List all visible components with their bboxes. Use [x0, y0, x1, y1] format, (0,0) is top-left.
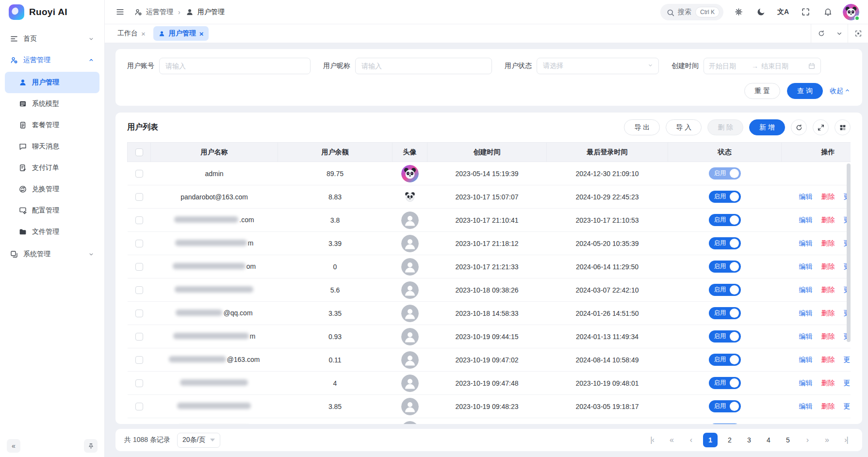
- global-search-input[interactable]: 搜索 Ctrl K: [660, 4, 723, 20]
- sidebar-item-operations[interactable]: 运营管理: [5, 49, 99, 71]
- settings-gear-icon[interactable]: [731, 5, 746, 19]
- edit-link[interactable]: 编辑: [799, 332, 813, 340]
- page-button-2[interactable]: 2: [722, 433, 737, 447]
- date-range-picker[interactable]: →: [704, 58, 821, 74]
- delete-button[interactable]: 删 除: [707, 119, 743, 135]
- delete-link[interactable]: 删除: [821, 356, 835, 363]
- row-checkbox[interactable]: [135, 263, 143, 271]
- page-size-select[interactable]: 20条/页: [177, 433, 220, 448]
- fullscreen-icon[interactable]: [798, 5, 813, 19]
- tab-workbench[interactable]: 工作台×: [113, 26, 150, 41]
- row-checkbox[interactable]: [135, 240, 143, 247]
- sidebar-item-chat-messages[interactable]: 聊天消息: [5, 136, 99, 157]
- status-toggle[interactable]: 启用: [709, 424, 741, 424]
- delete-link[interactable]: 删除: [821, 309, 835, 317]
- delete-link[interactable]: 删除: [821, 216, 835, 224]
- table-scrollbar[interactable]: [847, 163, 851, 342]
- dark-mode-moon-icon[interactable]: [753, 5, 768, 19]
- edit-link[interactable]: 编辑: [799, 309, 813, 317]
- delete-link[interactable]: 删除: [821, 239, 835, 247]
- table-refresh-icon[interactable]: [791, 119, 807, 135]
- sidebar-item-config-management[interactable]: 配置管理: [5, 200, 99, 221]
- row-checkbox[interactable]: [135, 379, 143, 387]
- edit-link[interactable]: 编辑: [799, 402, 813, 410]
- row-checkbox[interactable]: [135, 356, 143, 364]
- search-button[interactable]: 查 询: [787, 83, 823, 99]
- edit-link[interactable]: 编辑: [799, 193, 813, 200]
- sidebar-item-system-model[interactable]: 系统模型: [5, 93, 99, 114]
- status-toggle[interactable]: 启用: [709, 400, 741, 412]
- close-icon[interactable]: ×: [141, 30, 146, 37]
- reset-button[interactable]: 重 置: [744, 83, 780, 99]
- sidebar-item-system-management[interactable]: 系统管理: [5, 244, 99, 265]
- sidebar-item-package-management[interactable]: 套餐管理: [5, 114, 99, 136]
- next-page-button[interactable]: ›: [800, 433, 815, 447]
- row-checkbox[interactable]: [135, 333, 143, 341]
- edit-link[interactable]: 编辑: [799, 286, 813, 294]
- table-columns-icon[interactable]: [835, 119, 851, 135]
- more-link[interactable]: 更多: [844, 356, 851, 363]
- content-fullscreen-icon[interactable]: [848, 24, 868, 43]
- status-toggle[interactable]: 启用: [709, 354, 741, 366]
- edit-link[interactable]: 编辑: [799, 262, 813, 270]
- prev-page-button[interactable]: ‹: [684, 433, 698, 447]
- status-toggle[interactable]: 启用: [709, 167, 741, 180]
- status-toggle[interactable]: 启用: [709, 284, 741, 296]
- import-button[interactable]: 导 入: [666, 119, 702, 135]
- last-page-button[interactable]: ›|: [839, 433, 853, 447]
- refresh-icon[interactable]: [811, 24, 831, 43]
- status-toggle[interactable]: 启用: [709, 307, 741, 319]
- delete-link[interactable]: 删除: [821, 379, 835, 387]
- status-toggle[interactable]: 启用: [709, 330, 741, 343]
- row-checkbox[interactable]: [135, 193, 143, 201]
- prev-10-button[interactable]: «: [664, 433, 679, 447]
- page-button-3[interactable]: 3: [742, 433, 756, 447]
- page-button-5[interactable]: 5: [781, 433, 795, 447]
- breadcrumb-item[interactable]: 运营管理: [146, 8, 173, 16]
- collapse-toggle[interactable]: 收起: [830, 87, 851, 96]
- row-checkbox[interactable]: [135, 170, 143, 178]
- status-toggle[interactable]: 启用: [709, 191, 741, 203]
- status-select[interactable]: 请选择: [537, 58, 659, 74]
- more-link[interactable]: 更多: [844, 402, 851, 410]
- add-button[interactable]: 新 增: [749, 119, 785, 135]
- page-button-1[interactable]: 1: [703, 433, 718, 447]
- sidebar-item-home[interactable]: 首页: [5, 28, 99, 49]
- export-button[interactable]: 导 出: [624, 119, 660, 135]
- status-toggle[interactable]: 启用: [709, 377, 741, 389]
- nickname-input[interactable]: [355, 58, 492, 74]
- sidebar-collapse-button[interactable]: «: [7, 439, 20, 453]
- delete-link[interactable]: 删除: [821, 262, 835, 270]
- sidebar-item-file-management[interactable]: 文件管理: [5, 221, 99, 243]
- more-link[interactable]: 更多: [844, 379, 851, 387]
- status-toggle[interactable]: 启用: [709, 214, 741, 226]
- status-toggle[interactable]: 启用: [709, 261, 741, 273]
- edit-link[interactable]: 编辑: [799, 239, 813, 247]
- account-input[interactable]: [159, 58, 311, 74]
- delete-link[interactable]: 删除: [821, 402, 835, 410]
- row-checkbox[interactable]: [135, 216, 143, 224]
- end-date-input[interactable]: [761, 62, 801, 70]
- edit-link[interactable]: 编辑: [799, 356, 813, 363]
- sidebar-item-payment-orders[interactable]: 支付订单: [5, 157, 99, 179]
- first-page-button[interactable]: |‹: [645, 433, 659, 447]
- close-icon[interactable]: ×: [199, 30, 204, 37]
- sidebar-item-user-management[interactable]: 用户管理: [5, 72, 99, 93]
- table-fullscreen-icon[interactable]: [813, 119, 829, 135]
- row-checkbox[interactable]: [135, 310, 143, 317]
- next-10-button[interactable]: »: [819, 433, 834, 447]
- status-toggle[interactable]: 启用: [709, 237, 741, 249]
- delete-link[interactable]: 删除: [821, 193, 835, 200]
- language-translate-icon[interactable]: 文A: [776, 5, 790, 19]
- select-all-checkbox[interactable]: [135, 148, 143, 156]
- sidebar-pin-button[interactable]: [84, 439, 98, 453]
- notifications-bell-icon[interactable]: [820, 5, 835, 19]
- hamburger-menu-icon[interactable]: [113, 5, 127, 19]
- row-checkbox[interactable]: [135, 286, 143, 294]
- edit-link[interactable]: 编辑: [799, 379, 813, 387]
- sidebar-item-redeem-management[interactable]: 兑换管理: [5, 179, 99, 200]
- delete-link[interactable]: 删除: [821, 286, 835, 294]
- user-avatar[interactable]: [843, 4, 859, 20]
- chevron-down-icon[interactable]: [831, 24, 848, 43]
- delete-link[interactable]: 删除: [821, 332, 835, 340]
